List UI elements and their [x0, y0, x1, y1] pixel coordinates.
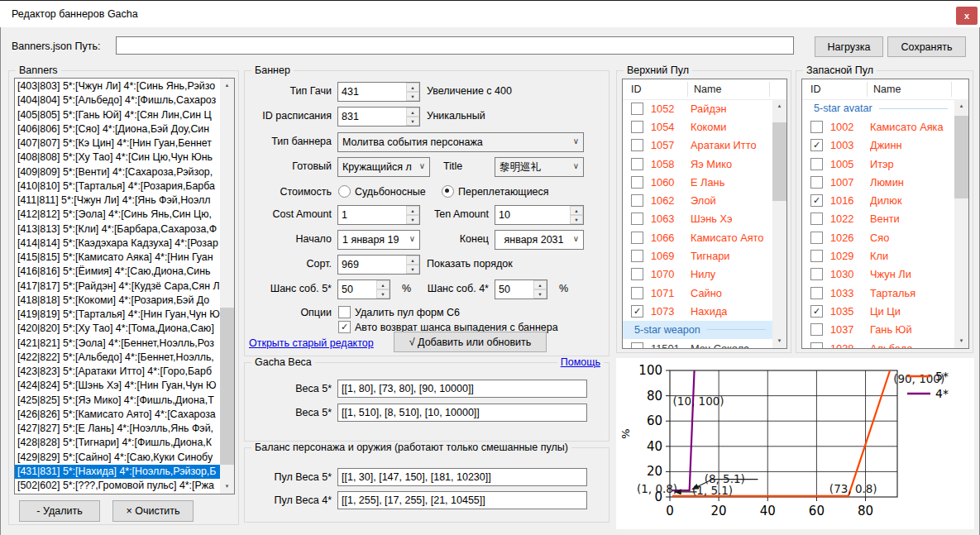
scrollbar-thumb[interactable]	[220, 308, 234, 465]
pool-row[interactable]: 1030Чжун Ли	[802, 265, 954, 284]
end-date-picker[interactable]: января 2031 ∨	[495, 230, 584, 250]
pool-row-checkbox[interactable]	[631, 232, 643, 244]
banner-list-item[interactable]: [412|812] 5*:[Эола] 4*:[Синь Янь,Син Цю,	[15, 208, 220, 222]
banner-list-item[interactable]: [431|831] 5*:[Нахида] 4*:[Ноэлль,Рэйзор,…	[15, 465, 220, 479]
scroll-down-arrow-icon[interactable]: ▼	[220, 480, 234, 494]
pool-row-checkbox[interactable]	[810, 232, 823, 244]
pool-row-checkbox[interactable]	[810, 213, 823, 225]
upper-pool-scrollbar[interactable]: ▲ ▼	[772, 99, 786, 348]
pool-row-checkbox[interactable]	[631, 287, 643, 299]
scroll-up-arrow-icon[interactable]: ▲	[220, 79, 234, 93]
pool-row[interactable]: 1033Тарталья	[802, 284, 954, 302]
sort-input[interactable]	[338, 256, 406, 274]
banner-list-item[interactable]: [428|828] 5*:[Тигнари] 4*:[Фишль,Диона,К	[15, 436, 220, 450]
pool-row-checkbox[interactable]	[631, 176, 643, 189]
load-button[interactable]: Нагрузка	[815, 36, 883, 57]
radio-fate-label[interactable]: Судьбоносные	[355, 186, 426, 198]
reserve-pool-scrollbar[interactable]: ▲ ▼	[954, 99, 968, 348]
banner-list-item[interactable]: [409|809] 5*:[Венти] 4*:[Сахароза,Рэйзор…	[15, 165, 220, 179]
pool-row[interactable]: 1057Аратаки Итто	[623, 136, 772, 155]
pool-row[interactable]: 1005Итэр	[802, 155, 954, 173]
banner-list-item[interactable]: [415|815] 5*:[Камисато Аяка] 4*:[Нин Гуа…	[15, 251, 220, 265]
pool-row[interactable]: 11501Меч Сокола	[623, 339, 772, 348]
banner-list-item[interactable]: [403|803] 5*:[Чжун Ли] 4*:[Синь Янь,Рэйз…	[15, 79, 220, 93]
up-arrow-icon[interactable]: ▲	[406, 256, 419, 265]
banners-scrollbar[interactable]: ▲ ▼	[220, 79, 234, 494]
pool-row-checkbox[interactable]	[810, 121, 823, 133]
banner-list-item[interactable]: [407|807] 5*:[Кэ Цин] 4*:[Нин Гуан,Бенне…	[15, 136, 220, 150]
banner-list-item[interactable]: [408|808] 5*:[Ху Тао] 4*:[Син Цю,Чун Юнь	[15, 150, 220, 165]
pool-row[interactable]: ✓1035Ци Ци	[802, 302, 954, 320]
save-button[interactable]: Сохранять	[887, 36, 966, 57]
scroll-down-arrow-icon[interactable]: ▼	[954, 334, 968, 348]
down-arrow-icon[interactable]: ▼	[406, 265, 419, 274]
up-arrow-icon[interactable]: ▲	[406, 107, 419, 117]
pool-row[interactable]: ✓1073Нахида	[623, 302, 772, 320]
pool-row-checkbox[interactable]	[631, 194, 643, 207]
pool-row[interactable]: 1007Люмин	[802, 173, 954, 191]
pool-row[interactable]: 1069Тигнари	[623, 246, 772, 265]
option-remove-pool-label[interactable]: Удалить пул форм С6	[355, 307, 460, 318]
down-arrow-icon[interactable]: ▼	[376, 289, 390, 299]
schedule-id-input[interactable]	[338, 107, 406, 126]
pool-row-checkbox[interactable]: ✓	[810, 139, 823, 151]
ten-amount-input[interactable]	[495, 206, 570, 224]
banner-list-item[interactable]: [424|824] 5*:[Шэнь Хэ] 4*:[Нин Гуан,Чун …	[15, 379, 220, 393]
pool-row[interactable]: 1054Кокоми	[623, 117, 772, 136]
pool-row-checkbox[interactable]	[810, 287, 823, 299]
up-arrow-icon[interactable]: ▲	[406, 83, 419, 92]
banner-list-item[interactable]: [422|822] 5*:[Альбедо] 4*:[Беннет,Ноэлль…	[15, 351, 220, 365]
banner-list-item[interactable]: [429|829] 5*:[Сайно] 4*:[Саю,Куки Синобу	[15, 451, 220, 465]
banner-list-item[interactable]: [420|820] 5*:[Ху Тао] 4*:[Тома,Диона,Саю…	[15, 322, 220, 336]
open-old-editor-link[interactable]: Открыть старый редактор	[249, 337, 374, 349]
banner-list-item[interactable]: [404|804] 5*:[Альбедо] 4*:[Фишль,Сахароз	[15, 93, 220, 107]
pool-row-checkbox[interactable]	[810, 176, 823, 189]
clear-banners-button[interactable]: × Очистить	[112, 500, 194, 522]
scroll-up-arrow-icon[interactable]: ▲	[954, 99, 968, 113]
pool-row-checkbox[interactable]	[631, 121, 643, 133]
pool-row-checkbox[interactable]	[631, 139, 643, 151]
chance4-input[interactable]	[495, 280, 533, 299]
pool-row[interactable]: 1026Сяо	[802, 228, 954, 246]
delete-banner-button[interactable]: - Удалить	[19, 500, 100, 522]
down-arrow-icon[interactable]: ▼	[570, 215, 583, 224]
weights4-input[interactable]	[337, 404, 587, 422]
scroll-down-arrow-icon[interactable]: ▼	[772, 334, 786, 348]
banner-list-item[interactable]: [418|818] 5*:[Кокоми] 4*:[Розария,Бэй До	[15, 294, 220, 308]
pool-row[interactable]: ✓1003Джинн	[802, 136, 954, 155]
banner-list-item[interactable]: [417|817] 5*:[Райдэн] 4*:[Кудзё Сара,Сян…	[15, 279, 220, 294]
chance5-input[interactable]	[338, 280, 376, 299]
pool-row-checkbox[interactable]: ✓	[631, 305, 643, 318]
banner-list-item[interactable]: [405|805] 5*:[Гань Юй] 4*:[Сян Лин,Син Ц	[15, 108, 220, 122]
close-button[interactable]: x	[956, 7, 978, 25]
banner-list-item[interactable]: [425|825] 5*:[Яэ Мико] 4*:[Фишль,Диона,Т	[15, 394, 220, 408]
pool-row[interactable]: 1062Элой	[623, 191, 772, 209]
pool-row[interactable]: 1070Нилу	[623, 265, 772, 284]
pool-row-checkbox[interactable]	[810, 342, 823, 349]
pool-row[interactable]: 1052Райдэн	[623, 99, 772, 117]
pool-row-checkbox[interactable]	[810, 323, 823, 336]
pool-row[interactable]: 1038Альбедо	[802, 339, 954, 348]
banner-list-item[interactable]: [423|823] 5*:[Аратаки Итто] 4*:[Горо,Бар…	[15, 365, 220, 379]
option-auto-return-checkbox[interactable]: ✓	[338, 321, 351, 333]
pool-row-checkbox[interactable]	[631, 342, 643, 349]
weights5-input[interactable]	[337, 380, 587, 398]
pool-row-checkbox[interactable]	[631, 213, 643, 225]
banner-list-item[interactable]: [426|826] 5*:[Камисато Аято] 4*:[Сахароз…	[15, 408, 220, 422]
banner-list-item[interactable]: [419|819] 5*:[Тарталья] 4*:[Нин Гуан,Чун…	[15, 308, 220, 322]
pool-row-checkbox[interactable]	[631, 268, 643, 280]
help-link[interactable]: Помощь	[557, 356, 604, 368]
down-arrow-icon[interactable]: ▼	[406, 117, 419, 126]
scrollbar-thumb[interactable]	[954, 116, 968, 198]
pool-row-checkbox[interactable]	[810, 268, 823, 280]
banner-list-item[interactable]: [502|602] 5*:[???,Громовой пульс] 4*:[Рж…	[15, 479, 220, 493]
up-arrow-icon[interactable]: ▲	[533, 280, 547, 289]
add-or-update-button[interactable]: √ Добавить или обновить	[394, 332, 547, 352]
banner-list-item[interactable]: [427|827] 5*:[Е Лань] 4*:[Ноэлль,Янь Фэй…	[15, 422, 220, 436]
cost-amount-input[interactable]	[338, 206, 406, 224]
pool-weights5-input[interactable]	[337, 468, 587, 486]
scrollbar-thumb[interactable]	[772, 122, 786, 201]
pool-row[interactable]: ✓1016Дилюк	[802, 191, 954, 209]
pool-row[interactable]: 1058Яэ Мико	[623, 155, 772, 173]
pool-row-checkbox[interactable]	[631, 103, 643, 115]
